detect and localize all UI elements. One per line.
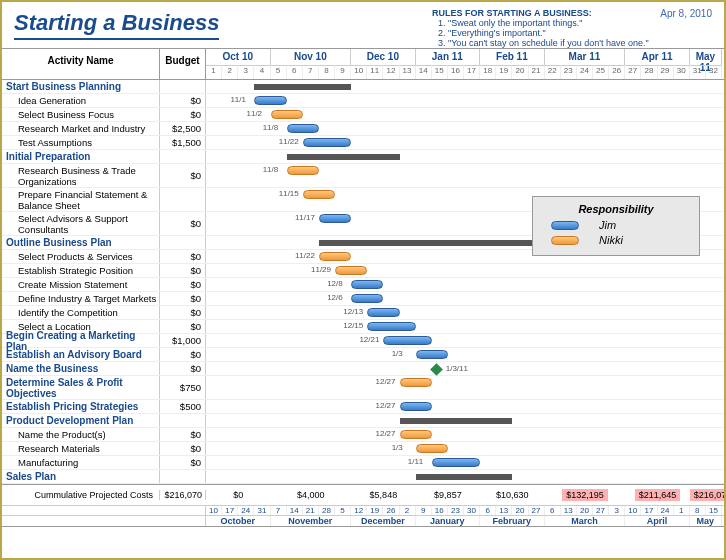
week-number: 7 xyxy=(303,65,319,79)
week-number: 4 xyxy=(254,65,270,79)
cal-date: 30 xyxy=(464,506,480,515)
cal-date: 27 xyxy=(593,506,609,515)
section-row: Sales Plan xyxy=(2,470,724,484)
budget-value: $0 xyxy=(160,278,206,291)
month-header: Oct 10 xyxy=(206,49,271,65)
activity-name: Research Business & Trade Organizations xyxy=(2,164,160,187)
cum-value: $5,848 xyxy=(351,490,416,500)
activity-name: Select Business Focus xyxy=(2,108,160,121)
task-bar xyxy=(303,138,351,147)
activity-name: Name the Product(s) xyxy=(2,428,160,441)
budget-value: $0 xyxy=(160,264,206,277)
budget-value: $0 xyxy=(160,456,206,469)
bar-date-label: 12/27 xyxy=(376,401,396,410)
task-row: Idea Generation$011/1 xyxy=(2,94,724,108)
cal-date: 31 xyxy=(254,506,270,515)
activity-name: Manufacturing xyxy=(2,456,160,469)
cal-date: 2 xyxy=(400,506,416,515)
bar-date-label: 12/6 xyxy=(327,293,343,302)
legend-label: Jim xyxy=(599,219,616,231)
task-row: Define Industry & Target Markets$012/6 xyxy=(2,292,724,306)
activity-name: Initial Preparation xyxy=(2,150,160,163)
cal-date: 13 xyxy=(496,506,512,515)
week-number: 31 xyxy=(690,65,706,79)
cumulative-row: Cummulative Projected Costs $216,070 $0$… xyxy=(2,485,724,505)
cal-date: 12 xyxy=(351,506,367,515)
bar-date-label: 11/29 xyxy=(311,265,331,274)
bar-date-label: 1/11 xyxy=(408,457,424,466)
bar-date-label: 11/15 xyxy=(279,189,299,198)
section-row: Initial Preparation xyxy=(2,150,724,164)
budget-value xyxy=(160,470,206,483)
cum-value: $4,000 xyxy=(271,490,352,500)
section-row: Establish Pricing Strategies$50012/27 xyxy=(2,400,724,414)
legend: Responsibility JimNikki xyxy=(532,196,700,256)
week-number: 1 xyxy=(206,65,222,79)
cal-date: 15 xyxy=(706,506,722,515)
month-header: May 11 xyxy=(690,49,722,65)
cal-month: March xyxy=(545,516,626,526)
week-number: 21 xyxy=(529,65,545,79)
budget-value: $500 xyxy=(160,400,206,413)
section-row: Start Business Planning xyxy=(2,80,724,94)
budget-value: $0 xyxy=(160,94,206,107)
section-row: Name the Business$01/3/11 xyxy=(2,362,724,376)
grid-header: Activity Name Budget Oct 10Nov 10Dec 10J… xyxy=(2,48,724,80)
week-number: 25 xyxy=(593,65,609,79)
budget-value xyxy=(160,80,206,93)
cal-month: February xyxy=(480,516,545,526)
cal-date: 20 xyxy=(577,506,593,515)
activity-name: Determine Sales & Profit Objectives xyxy=(2,376,160,399)
legend-label: Nikki xyxy=(599,234,623,246)
section-row: Establish an Advisory Board$01/3 xyxy=(2,348,724,362)
footer: Cummulative Projected Costs $216,070 $0$… xyxy=(2,484,724,527)
week-number: 32 xyxy=(706,65,722,79)
month-header: Jan 11 xyxy=(416,49,481,65)
cal-date: 26 xyxy=(383,506,399,515)
budget-value: $0 xyxy=(160,212,206,235)
week-number: 15 xyxy=(432,65,448,79)
gantt-lane: 11/22 xyxy=(206,136,724,149)
gantt-lane: 12/6 xyxy=(206,292,724,305)
calendar-dates: 1017243171421285121926291623306132027613… xyxy=(2,505,724,515)
gantt-lane xyxy=(206,414,724,427)
budget-value: $1,500 xyxy=(160,136,206,149)
cal-date: 10 xyxy=(625,506,641,515)
bar-date-label: 11/8 xyxy=(263,165,279,174)
gantt-lane: 11/1 xyxy=(206,94,724,107)
cal-date: 3 xyxy=(609,506,625,515)
activity-name: Create Mission Statement xyxy=(2,278,160,291)
gantt-lane xyxy=(206,470,724,483)
month-header: Apr 11 xyxy=(625,49,690,65)
legend-item: Jim xyxy=(543,219,689,231)
cum-value: $216,070 xyxy=(690,490,722,500)
calendar-months: OctoberNovemberDecemberJanuaryFebruaryMa… xyxy=(2,515,724,527)
gantt-lane: 11/2 xyxy=(206,108,724,121)
gantt-rows: Start Business PlanningIdea Generation$0… xyxy=(2,80,724,484)
week-number: 2 xyxy=(222,65,238,79)
task-row: Manufacturing$01/11 xyxy=(2,456,724,470)
cal-date: 17 xyxy=(222,506,238,515)
week-number: 3 xyxy=(238,65,254,79)
gantt-lane: 11/8 xyxy=(206,164,724,187)
activity-name: Define Industry & Target Markets xyxy=(2,292,160,305)
gantt-lane: 12/27 xyxy=(206,428,724,441)
gantt-lane: 12/8 xyxy=(206,278,724,291)
gantt-lane xyxy=(206,150,724,163)
week-number: 6 xyxy=(287,65,303,79)
bar-date-label: 12/27 xyxy=(376,377,396,386)
cal-date: 23 xyxy=(448,506,464,515)
task-bar xyxy=(319,252,351,261)
task-bar xyxy=(416,350,448,359)
bar-date-label: 1/3 xyxy=(392,349,403,358)
gantt-lane: 11/8 xyxy=(206,122,724,135)
week-number: 29 xyxy=(658,65,674,79)
task-row: Name the Product(s)$012/27 xyxy=(2,428,724,442)
section-row: Determine Sales & Profit Objectives$7501… xyxy=(2,376,724,400)
cum-value: $132,195 xyxy=(545,490,626,500)
task-bar xyxy=(400,430,432,439)
cum-total: $216,070 xyxy=(160,490,206,500)
week-number: 24 xyxy=(577,65,593,79)
gantt-lane: 1/3 xyxy=(206,442,724,455)
bar-date-label: 11/1 xyxy=(230,95,246,104)
